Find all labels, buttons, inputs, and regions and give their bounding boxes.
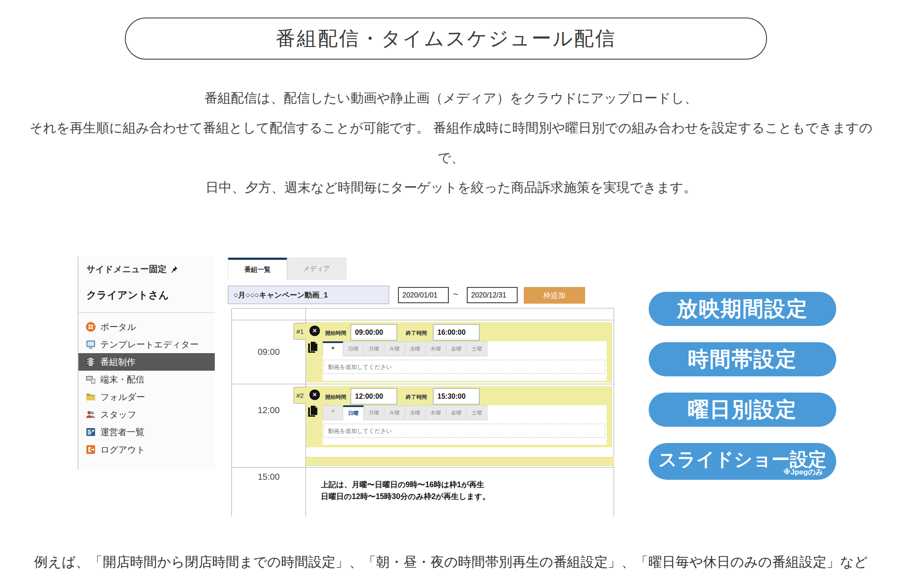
- schedule-strip: [306, 457, 614, 466]
- day-tab-wednesday[interactable]: 水曜: [405, 341, 426, 356]
- logout-icon: [85, 444, 96, 455]
- end-time-input[interactable]: [433, 388, 479, 404]
- device-delivery-icon: [85, 374, 96, 385]
- day-panel: * 日曜 月曜 火曜 水曜 木曜 金曜 土曜: [323, 341, 607, 381]
- schedule-row-1200: 12:00 #2 × 開始時間 終了時間: [232, 384, 614, 468]
- program-production-icon: [85, 357, 96, 367]
- intro-line: それを再生順に組み合わせて番組として配信することが可能です。 番組作成時に時間別…: [0, 113, 902, 143]
- close-icon[interactable]: ×: [309, 390, 320, 400]
- day-tab-monday[interactable]: 月曜: [364, 341, 384, 356]
- intro-paragraph: 番組配信は、配信したい動画や静止画（メディア）をクラウドにアップロードし、 それ…: [0, 83, 902, 202]
- sidebar-item-template-editor[interactable]: テンプレートエディター: [78, 336, 215, 353]
- portal-icon: [85, 322, 96, 332]
- day-tab-tuesday[interactable]: 火曜: [384, 405, 405, 420]
- end-time-label: 終了時間: [406, 393, 427, 401]
- sidebar-item-label: 番組制作: [100, 356, 135, 368]
- page: 番組配信・タイムスケジュール配信 番組配信は、配信したい動画や静止画（メディア）…: [0, 0, 902, 588]
- close-icon[interactable]: ×: [309, 326, 320, 336]
- sidebar-item-portal[interactable]: ポータル: [78, 318, 215, 336]
- day-tab-saturday[interactable]: 土曜: [467, 341, 487, 356]
- sidebar: サイドメニュー固定 クライアントさん ポータル テンプレートエディター 番組制作: [78, 256, 215, 470]
- sidebar-item-device-delivery[interactable]: 端末・配信: [78, 371, 215, 388]
- feature-badge-time-slot: 時間帯設定: [649, 342, 836, 376]
- content-column-header: [306, 308, 614, 320]
- program-name-input[interactable]: [228, 286, 389, 304]
- date-range-separator: ~: [453, 289, 458, 300]
- operator-list-icon: [85, 427, 96, 437]
- tab-bar: 番組一覧 メディア: [228, 258, 346, 280]
- feature-badges: 放映期間設定 時間帯設定 曜日別設定 スライドショー設定 ※Jpegのみ: [649, 292, 836, 480]
- sidebar-item-label: ポータル: [100, 321, 136, 333]
- end-time-label: 終了時間: [406, 329, 427, 337]
- feature-badge-note: ※Jpegのみ: [783, 467, 823, 477]
- sidebar-divider: [78, 312, 215, 313]
- sidebar-item-label: 端末・配信: [100, 374, 144, 386]
- day-tab-thursday[interactable]: 木曜: [426, 341, 446, 356]
- tab-program-list[interactable]: 番組一覧: [228, 258, 287, 280]
- note-line: 上記は、月曜〜日曜日の9時〜16時は枠1が再生: [321, 479, 490, 491]
- note-line: 日曜日の12時〜15時30分のみ枠2が再生します。: [321, 491, 490, 503]
- schedule-row-0900: 09:00 #1 × 開始時間 終了時間: [232, 320, 614, 384]
- sidebar-item-label: テンプレートエディター: [100, 339, 199, 351]
- add-video-input[interactable]: [323, 360, 605, 374]
- day-tab-monday[interactable]: 月曜: [364, 405, 384, 420]
- day-tab-friday[interactable]: 金曜: [446, 405, 467, 420]
- staff-icon: [85, 409, 96, 420]
- add-video-input[interactable]: [323, 424, 605, 438]
- tab-media[interactable]: メディア: [287, 258, 346, 280]
- feature-badge-day-of-week: 曜日別設定: [649, 393, 836, 427]
- schedule-note: 上記は、月曜〜日曜日の9時〜16時は枠1が再生 日曜日の12時〜15時30分のみ…: [321, 479, 490, 503]
- folder-icon: [85, 392, 96, 402]
- template-editor-icon: [85, 339, 96, 350]
- day-tab-all[interactable]: *: [323, 341, 343, 356]
- frame-number-tag: #2: [294, 387, 306, 404]
- copy-icon[interactable]: [307, 405, 319, 419]
- end-time-input[interactable]: [433, 324, 479, 340]
- day-tab-tuesday[interactable]: 火曜: [384, 341, 405, 356]
- pin-icon: [170, 264, 178, 275]
- day-tab-sunday[interactable]: 日曜: [343, 341, 364, 356]
- day-tab-wednesday[interactable]: 水曜: [405, 405, 426, 420]
- day-tab-saturday[interactable]: 土曜: [467, 405, 487, 420]
- page-title: 番組配信・タイムスケジュール配信: [125, 18, 767, 60]
- day-tab-sunday[interactable]: 日曜: [343, 405, 364, 420]
- end-date-input[interactable]: [467, 287, 518, 303]
- sidebar-item-logout[interactable]: ログアウト: [78, 441, 215, 458]
- sidebar-item-label: ログアウト: [100, 444, 145, 456]
- intro-line: で、: [0, 143, 902, 173]
- sidebar-item-folder[interactable]: フォルダー: [78, 388, 215, 406]
- time-label: 15:00: [232, 468, 306, 517]
- frame-block-2: #2 × 開始時間 終了時間 * 日曜 月: [306, 386, 612, 447]
- sidebar-pin-label: サイドメニュー固定: [86, 263, 167, 275]
- start-time-label: 開始時間: [325, 393, 346, 401]
- day-panel: * 日曜 月曜 火曜 水曜 木曜 金曜 土曜: [323, 405, 607, 445]
- day-tab-thursday[interactable]: 木曜: [426, 405, 446, 420]
- intro-line: 日中、夕方、週末など時間毎にターゲットを絞った商品訴求施策を実現できます。: [0, 173, 902, 202]
- add-frame-button[interactable]: 枠追加: [524, 287, 585, 304]
- schedule-table: 09:00 #1 × 開始時間 終了時間: [231, 308, 614, 517]
- sidebar-item-operator-list[interactable]: 運営者一覧: [78, 423, 215, 441]
- copy-icon[interactable]: [307, 341, 319, 355]
- day-tab-bar: * 日曜 月曜 火曜 水曜 木曜 金曜 土曜: [323, 341, 607, 356]
- start-date-input[interactable]: [398, 287, 449, 303]
- start-time-input[interactable]: [351, 388, 397, 404]
- sidebar-item-label: 運営者一覧: [100, 426, 144, 438]
- day-tab-friday[interactable]: 金曜: [446, 341, 467, 356]
- day-tab-all[interactable]: *: [323, 405, 343, 420]
- sidebar-item-label: スタッフ: [100, 409, 136, 421]
- footer-example-text: 例えば、「開店時間から閉店時間までの時間設定」、「朝・昼・夜の時間帯別再生の番組…: [0, 553, 902, 571]
- sidebar-pin-header[interactable]: サイドメニュー固定: [78, 256, 215, 275]
- feature-badge-slideshow: スライドショー設定 ※Jpegのみ: [649, 443, 836, 480]
- feature-badge-broadcast-period: 放映期間設定: [649, 292, 836, 326]
- start-time-input[interactable]: [351, 324, 397, 340]
- schedule-row-1500: 15:00 上記は、月曜〜日曜日の9時〜16時は枠1が再生 日曜日の12時〜15…: [232, 468, 614, 517]
- client-name: クライアントさん: [78, 275, 215, 302]
- schedule-header-row: [232, 308, 614, 320]
- time-column-header: [232, 308, 306, 320]
- sidebar-item-label: フォルダー: [100, 391, 145, 403]
- sidebar-item-staff[interactable]: スタッフ: [78, 406, 215, 423]
- start-time-label: 開始時間: [325, 329, 346, 337]
- intro-line: 番組配信は、配信したい動画や静止画（メディア）をクラウドにアップロードし、: [0, 83, 902, 113]
- day-tab-bar: * 日曜 月曜 火曜 水曜 木曜 金曜 土曜: [323, 405, 607, 420]
- sidebar-item-program-production[interactable]: 番組制作: [78, 353, 215, 371]
